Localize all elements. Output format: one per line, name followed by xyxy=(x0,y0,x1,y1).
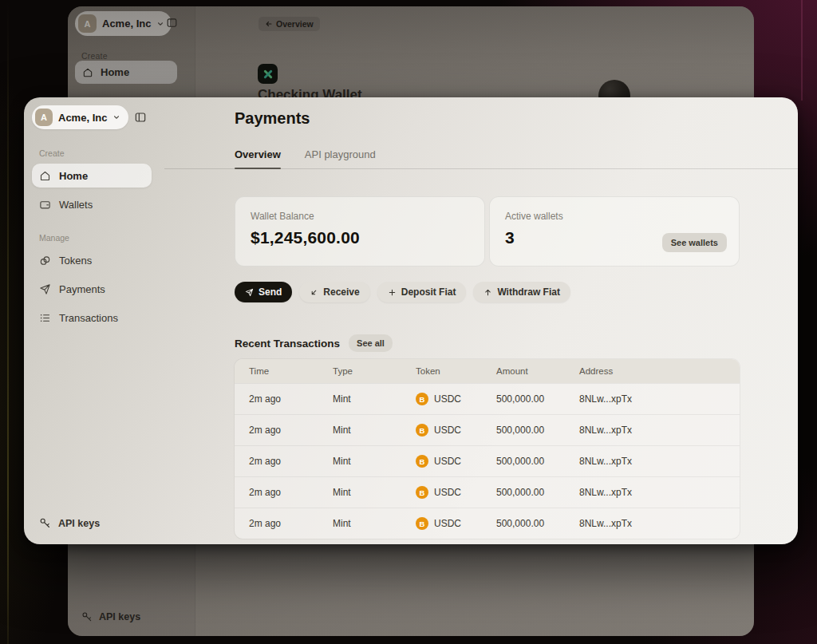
main-content: Payments Overview API playground Wallet … xyxy=(164,97,798,544)
tx-token: BUSDC xyxy=(416,393,496,405)
tab-api-playground[interactable]: API playground xyxy=(305,148,376,168)
transaction-row[interactable]: 2m agoMintBUSDC500,000.008NLw...xpTx xyxy=(235,476,740,508)
tx-time: 2m ago xyxy=(249,456,333,467)
sidebar-toggle-icon[interactable] xyxy=(134,111,147,127)
tx-type: Mint xyxy=(333,487,416,498)
sidebar-item-label: Transactions xyxy=(59,312,118,324)
left-glow-line xyxy=(7,0,9,644)
right-glow-line xyxy=(801,0,803,101)
home-icon xyxy=(82,67,93,78)
send-button[interactable]: Send xyxy=(235,282,292,302)
bg-sidebar-item-label: Home xyxy=(101,66,129,78)
transaction-row[interactable]: 2m agoMintBUSDC500,000.008NLw...xpTx xyxy=(235,383,740,414)
bg-back-label: Overview xyxy=(276,19,314,29)
plus-icon xyxy=(388,288,397,297)
column-header: Token xyxy=(416,366,496,376)
chevron-down-icon xyxy=(156,20,164,28)
action-buttons: Send Receive Deposit Fiat xyxy=(235,282,740,302)
tab-overview[interactable]: Overview xyxy=(235,148,281,168)
tx-time: 2m ago xyxy=(249,393,333,405)
org-avatar: A xyxy=(78,14,97,33)
tx-token: BUSDC xyxy=(416,424,496,437)
tx-address: 8NLw...xpTx xyxy=(579,487,740,498)
sidebar-item-label: Wallets xyxy=(59,199,93,211)
sidebar-item-transactions[interactable]: Transactions xyxy=(32,306,152,330)
wallet-icon xyxy=(39,199,51,211)
sidebar-item-payments[interactable]: Payments xyxy=(32,277,152,301)
tx-address: 8NLw...xpTx xyxy=(579,518,740,529)
sidebar: A Acme, Inc Create Home Wallet xyxy=(24,97,164,544)
api-keys-label: API keys xyxy=(58,518,100,529)
deposit-fiat-button[interactable]: Deposit Fiat xyxy=(377,282,467,302)
up-arrow-icon xyxy=(483,288,492,297)
transaction-row[interactable]: 2m agoMintBUSDC500,000.008NLw...xpTx xyxy=(235,445,740,476)
home-icon xyxy=(39,170,51,182)
transactions-title: Recent Transactions xyxy=(235,338,340,350)
receive-button[interactable]: Receive xyxy=(299,282,369,302)
send-icon xyxy=(245,288,254,297)
send-label: Send xyxy=(259,286,282,298)
see-all-button[interactable]: See all xyxy=(349,334,393,352)
bitcoin-icon: B xyxy=(416,455,428,468)
send-icon xyxy=(39,283,51,295)
withdraw-fiat-label: Withdraw Fiat xyxy=(497,286,560,298)
tx-time: 2m ago xyxy=(249,487,333,498)
page-background: A Acme, Inc Create Home Wallets xyxy=(0,0,817,644)
see-wallets-button[interactable]: See wallets xyxy=(662,233,727,252)
sidebar-toggle-icon[interactable] xyxy=(166,17,178,32)
token-label: USDC xyxy=(434,487,461,498)
column-header: Address xyxy=(579,366,740,376)
sidebar-item-api-keys[interactable]: API keys xyxy=(39,517,100,529)
bg-api-keys-label: API keys xyxy=(99,611,140,622)
active-wallets-label: Active wallets xyxy=(505,211,724,222)
tx-time: 2m ago xyxy=(249,425,333,436)
column-header: Amount xyxy=(496,366,579,376)
wallet-app-logo xyxy=(258,64,278,84)
org-name: Acme, Inc xyxy=(102,18,151,30)
tx-type: Mint xyxy=(333,425,416,436)
transaction-row[interactable]: 2m agoMintBUSDC500,000.008NLw...xpTx xyxy=(235,414,740,445)
org-avatar: A xyxy=(35,109,53,126)
sidebar-item-tokens[interactable]: Tokens xyxy=(32,248,152,272)
tx-token: BUSDC xyxy=(416,455,496,468)
sidebar-item-label: Home xyxy=(59,170,88,182)
section-label-manage: Manage xyxy=(39,233,164,243)
tx-amount: 500,000.00 xyxy=(496,518,579,529)
bg-sidebar-item-home[interactable]: Home xyxy=(75,61,177,84)
back-arrow-icon xyxy=(265,20,273,28)
bg-sidebar-item-api-keys[interactable]: API keys xyxy=(81,611,140,622)
payments-window: A Acme, Inc Create Home Wallet xyxy=(24,97,798,544)
tx-type: Mint xyxy=(333,518,416,529)
sidebar-item-home[interactable]: Home xyxy=(32,164,152,188)
tx-time: 2m ago xyxy=(249,518,333,529)
transactions-header: Recent Transactions See all xyxy=(235,334,740,352)
tx-type: Mint xyxy=(333,393,416,405)
org-name: Acme, Inc xyxy=(58,112,107,124)
tokens-icon xyxy=(39,255,51,267)
bg-back-button[interactable]: Overview xyxy=(259,17,320,31)
column-header: Time xyxy=(249,366,333,376)
transaction-row[interactable]: 2m agoMintBUSDC500,000.008NLw...xpTx xyxy=(235,508,740,539)
bitcoin-icon: B xyxy=(416,486,428,499)
token-label: USDC xyxy=(434,393,461,405)
withdraw-fiat-button[interactable]: Withdraw Fiat xyxy=(473,282,570,302)
tx-type: Mint xyxy=(333,456,416,467)
sidebar-item-wallets[interactable]: Wallets xyxy=(32,192,152,216)
bg-org-switcher[interactable]: A Acme, Inc xyxy=(75,11,172,36)
active-wallets-card: Active wallets 3 See wallets xyxy=(489,196,740,267)
org-switcher[interactable]: A Acme, Inc xyxy=(32,105,128,129)
tx-token: BUSDC xyxy=(416,517,496,530)
overview-panel: Wallet Balance $1,245,600.00 Active wall… xyxy=(164,169,798,539)
sidebar-item-label: Tokens xyxy=(59,255,92,267)
deposit-fiat-label: Deposit Fiat xyxy=(401,286,456,298)
section-label-create: Create xyxy=(81,51,108,61)
chevron-down-icon xyxy=(112,113,120,121)
sidebar-item-label: Payments xyxy=(59,283,105,295)
token-label: USDC xyxy=(434,425,461,436)
stat-cards: Wallet Balance $1,245,600.00 Active wall… xyxy=(235,196,740,267)
receive-arrow-icon xyxy=(310,288,318,297)
bitcoin-icon: B xyxy=(416,393,428,405)
bitcoin-icon: B xyxy=(416,424,428,437)
wallet-balance-label: Wallet Balance xyxy=(251,211,469,222)
tx-amount: 500,000.00 xyxy=(496,393,579,405)
